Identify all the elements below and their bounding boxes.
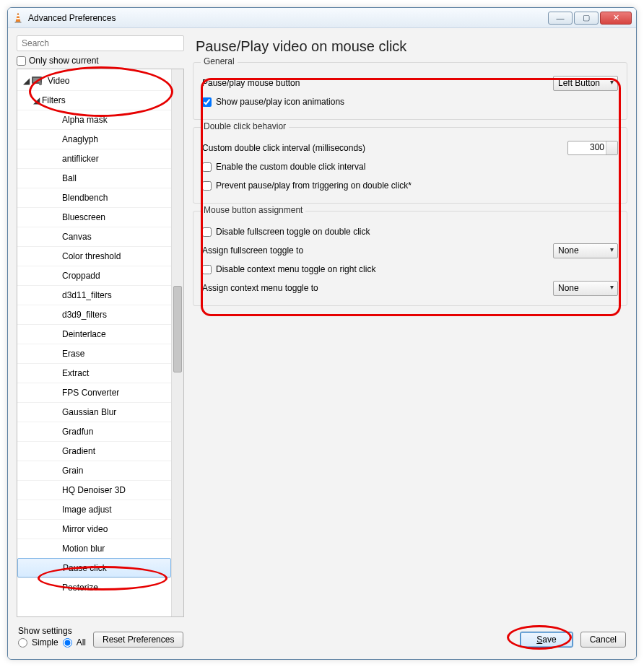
window-title: Advanced Preferences [28, 13, 547, 23]
tree-item-grain[interactable]: Grain [17, 461, 171, 480]
all-radio[interactable] [63, 638, 72, 648]
group-assign: Mouse button assignment Disable fullscre… [193, 211, 627, 306]
show-anim-label: Show pause/play icon animations [216, 97, 344, 107]
all-label: All [77, 637, 86, 648]
assign-ctx-label: Assign context menu toggle to [202, 283, 553, 293]
tree-item-extract[interactable]: Extract [17, 363, 171, 383]
assign-ctx-combo[interactable]: None [553, 281, 618, 296]
window-buttons: — ▢ ✕ [547, 12, 632, 25]
only-show-current-label: Only show current [29, 56, 99, 66]
svg-point-6 [39, 82, 42, 84]
chevron-down-icon: ◢ [23, 76, 32, 86]
tree-item-motion-blur[interactable]: Motion blur [17, 539, 171, 558]
tree[interactable]: ◢Video◢FiltersAlpha maskAnaglyphantiflic… [17, 69, 171, 616]
tree-item-bluescreen[interactable]: Bluescreen [17, 207, 171, 227]
tree-item-deinterlace[interactable]: Deinterlace [17, 324, 171, 344]
show-settings-group: Show settings Simple All [18, 626, 86, 648]
disable-fs-label: Disable fullscreen toggle on double clic… [216, 227, 370, 237]
assign-fs-combo[interactable]: None [553, 243, 618, 258]
svg-rect-5 [33, 78, 40, 82]
chevron-down-icon: ◢ [33, 95, 42, 105]
svg-marker-0 [16, 13, 20, 22]
assign-fs-label: Assign fullscreen toggle to [202, 245, 553, 256]
tree-item-gaussian-blur[interactable]: Gaussian Blur [17, 402, 171, 422]
tree-item-filters[interactable]: ◢Filters [17, 90, 171, 110]
cancel-button[interactable]: Cancel [580, 632, 626, 648]
reset-button[interactable]: Reset Preferences [93, 632, 183, 648]
tree-item-canvas[interactable]: Canvas [17, 227, 171, 246]
group-assign-legend: Mouse button assignment [201, 205, 305, 215]
group-general: General Pause/play mouse button Left But… [193, 62, 627, 120]
minimize-button[interactable]: — [548, 12, 573, 25]
scrollbar-thumb[interactable] [173, 286, 182, 372]
tree-item-d3d11-filters[interactable]: d3d11_filters [17, 285, 171, 305]
prevent-dblclick-label: Prevent pause/play from triggering on do… [216, 180, 412, 191]
show-anim-checkbox[interactable] [202, 97, 212, 107]
tree-item-erase[interactable]: Erase [17, 344, 171, 363]
save-button[interactable]: Save [520, 632, 573, 648]
prevent-dblclick-checkbox[interactable] [202, 181, 212, 191]
video-icon [32, 76, 43, 86]
scrollbar[interactable] [171, 69, 183, 616]
tree-item-blendbench[interactable]: Blendbench [17, 188, 171, 207]
disable-fs-checkbox[interactable] [202, 227, 212, 237]
close-button[interactable]: ✕ [600, 12, 632, 25]
tree-item-antiflicker[interactable]: antiflicker [17, 149, 171, 168]
mouse-button-combo[interactable]: Left Button [553, 76, 618, 91]
tree-item-anaglyph[interactable]: Anaglyph [17, 129, 171, 149]
search-input[interactable] [17, 35, 184, 51]
only-show-current-row[interactable]: Only show current [17, 54, 184, 67]
tree-item-image-adjust[interactable]: Image adjust [17, 500, 171, 519]
disable-ctx-checkbox[interactable] [202, 265, 212, 274]
sidebar: Only show current ◢Video◢FiltersAlpha ma… [17, 35, 184, 617]
only-show-current-checkbox[interactable] [17, 56, 26, 66]
show-settings-label: Show settings [18, 626, 86, 636]
tree-item-fps-converter[interactable]: FPS Converter [17, 383, 171, 402]
maximize-button[interactable]: ▢ [574, 12, 599, 25]
svg-rect-2 [17, 18, 20, 19]
svg-rect-3 [15, 22, 22, 23]
tree-item-ball[interactable]: Ball [17, 168, 171, 188]
tree-container: ◢Video◢FiltersAlpha maskAnaglyphantiflic… [17, 69, 184, 617]
tree-item-d3d9-filters[interactable]: d3d9_filters [17, 305, 171, 324]
enable-interval-checkbox[interactable] [202, 162, 212, 172]
mouse-button-label: Pause/play mouse button [202, 78, 553, 88]
group-dblclick: Double click behavior Custom double clic… [193, 127, 627, 204]
spinner-down-icon[interactable]: ▼ [610, 148, 615, 153]
simple-radio[interactable] [18, 638, 27, 648]
group-general-legend: General [201, 56, 238, 66]
tree-item-pause-click[interactable]: Pause click [17, 558, 171, 577]
preferences-window: Advanced Preferences — ▢ ✕ Only show cur… [7, 7, 637, 660]
tree-item-gradfun[interactable]: Gradfun [17, 422, 171, 441]
tree-item-gradient[interactable]: Gradient [17, 441, 171, 461]
tree-item-hq-denoiser-3d[interactable]: HQ Denoiser 3D [17, 480, 171, 500]
group-dblclick-legend: Double click behavior [201, 121, 289, 131]
vlc-cone-icon [12, 12, 24, 24]
tree-item-video[interactable]: ◢Video [17, 71, 171, 90]
settings-panel: Pause/Play video on mouse click General … [193, 35, 627, 617]
disable-ctx-label: Disable context menu toggle on right cli… [216, 264, 375, 274]
tree-item-alpha-mask[interactable]: Alpha mask [17, 110, 171, 129]
tree-item-mirror-video[interactable]: Mirror video [17, 519, 171, 539]
interval-label: Custom double click interval (millisecon… [202, 143, 567, 153]
bottom-bar: Show settings Simple All Reset Preferenc… [17, 617, 627, 652]
titlebar: Advanced Preferences — ▢ ✕ [8, 8, 636, 28]
tree-item-posterize[interactable]: Posterize [17, 577, 171, 597]
interval-spinner[interactable]: 300 ▲ ▼ [567, 141, 618, 155]
simple-label: Simple [32, 637, 58, 648]
svg-rect-1 [17, 15, 19, 17]
tree-item-color-threshold[interactable]: Color threshold [17, 246, 171, 266]
tree-item-croppadd[interactable]: Croppadd [17, 266, 171, 285]
spinner-up-icon[interactable]: ▲ [610, 143, 615, 148]
page-title: Pause/Play video on mouse click [193, 35, 627, 62]
client-area: Only show current ◢Video◢FiltersAlpha ma… [8, 28, 636, 659]
enable-interval-label: Enable the custom double click interval [216, 162, 365, 172]
